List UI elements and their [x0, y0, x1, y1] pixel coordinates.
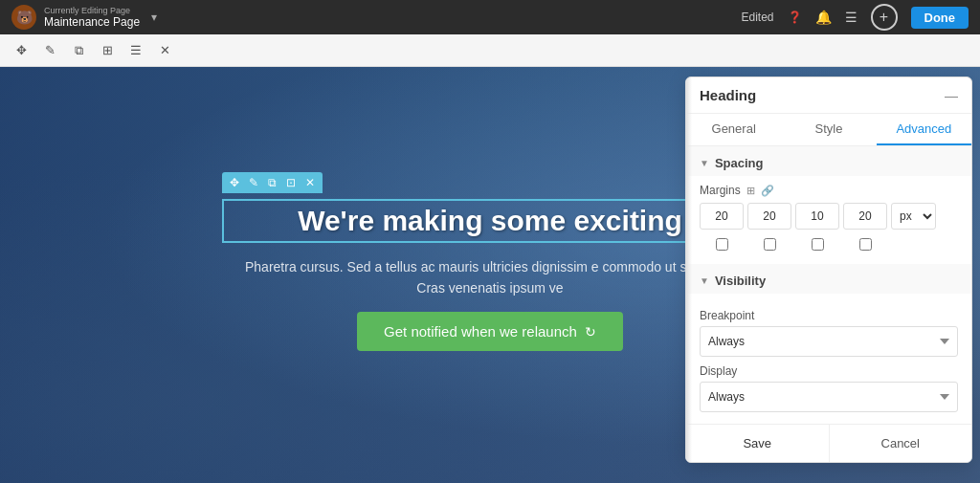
list-toolbar-icon[interactable]: ☰ [124, 39, 147, 62]
top-nav: 🐻 Currently Editing Page Maintenance Pag… [0, 0, 980, 34]
margin-unit-select[interactable]: px % em [891, 203, 936, 230]
tab-style[interactable]: Style [781, 114, 876, 145]
top-nav-right: Edited ❓ 🔔 ☰ + Done [741, 4, 969, 31]
panel-body: ▼ Spacing Margins ⊞ 🔗 px % [686, 146, 971, 424]
heading-element[interactable]: ✥ ✎ ⧉ ⊡ ✕ We're making some exciting [222, 199, 758, 243]
display-label: Display [700, 364, 958, 378]
margin-right-input[interactable] [747, 203, 791, 230]
layout-toolbar-icon[interactable]: ⊞ [96, 39, 119, 62]
refresh-icon: ↻ [585, 324, 596, 340]
margin-bottom-checkbox[interactable] [795, 235, 839, 252]
body-text: Pharetra cursus. Sed a tellus ac mauris … [241, 256, 739, 299]
settings-panel: Heading — General Style Advanced ▼ Spaci… [685, 77, 972, 463]
done-button[interactable]: Done [911, 7, 969, 29]
list-icon[interactable]: ☰ [845, 10, 858, 25]
margin-top-checkbox[interactable] [700, 235, 744, 252]
panel-header: Heading — [686, 77, 971, 114]
margins-device-icon[interactable]: ⊞ [746, 185, 755, 197]
breakpoint-label: Breakpoint [700, 309, 958, 322]
elem-close-tool[interactable]: ✕ [301, 174, 319, 191]
visibility-section-header[interactable]: ▼ Visibility [686, 264, 971, 294]
spacing-label: Spacing [715, 156, 764, 170]
panel-tabs: General Style Advanced [686, 114, 971, 146]
site-info-name: Maintenance Page [44, 15, 140, 29]
panel-minimize-icon[interactable]: — [945, 88, 958, 103]
site-info-area: 🐻 Currently Editing Page Maintenance Pag… [11, 5, 157, 30]
element-toolbar: ✥ ✎ ⧉ ⊡ ✕ [222, 172, 323, 193]
elem-resize-tool[interactable]: ⊡ [282, 174, 300, 191]
edit-toolbar-icon[interactable]: ✎ [38, 39, 61, 62]
site-info: Currently Editing Page Maintenance Page [44, 6, 140, 29]
cta-button[interactable]: Get notified when we relaunch ↻ [357, 312, 623, 351]
margins-label-row: Margins ⊞ 🔗 [700, 184, 958, 197]
margin-bottom-input[interactable] [795, 203, 839, 230]
spacing-chevron-icon: ▼ [700, 158, 709, 168]
margin-left-input[interactable] [843, 203, 887, 230]
panel-drag-handle[interactable] [686, 77, 692, 462]
canvas: ✥ ✎ ⧉ ⊡ ✕ We're making some exciting Pha… [0, 67, 980, 483]
panel-footer: Save Cancel [686, 424, 971, 462]
add-button[interactable]: + [871, 4, 898, 31]
link-icon[interactable]: 🔗 [761, 185, 774, 197]
save-button[interactable]: Save [686, 425, 830, 462]
margins-inputs: px % em [700, 203, 958, 230]
editor-toolbar: ✥ ✎ ⧉ ⊞ ☰ ✕ [0, 34, 980, 67]
visibility-chevron-icon: ▼ [700, 275, 709, 286]
elem-edit-tool[interactable]: ✎ [245, 174, 262, 191]
visibility-label: Visibility [715, 274, 766, 288]
site-info-label: Currently Editing Page [44, 6, 140, 15]
move-toolbar-icon[interactable]: ✥ [10, 39, 33, 62]
margin-right-checkbox[interactable] [747, 235, 791, 252]
help-icon[interactable]: ❓ [788, 11, 802, 24]
margin-top-input[interactable] [700, 203, 744, 230]
heading-text: We're making some exciting [232, 205, 748, 237]
tab-general[interactable]: General [686, 114, 781, 145]
site-dropdown-icon[interactable]: ▾ [151, 11, 157, 24]
tab-advanced[interactable]: Advanced [877, 114, 971, 145]
display-select[interactable]: Always None Block Flex [700, 382, 958, 412]
visibility-section-content: Breakpoint Always Desktop Tablet Mobile … [686, 294, 971, 424]
margins-label: Margins [700, 184, 741, 197]
avatar: 🐻 [11, 5, 36, 30]
spacing-section-content: Margins ⊞ 🔗 px % em [686, 176, 971, 264]
margin-left-checkbox[interactable] [843, 235, 887, 252]
elem-duplicate-tool[interactable]: ⧉ [264, 174, 280, 191]
bell-icon[interactable]: 🔔 [815, 10, 832, 25]
cta-label: Get notified when we relaunch [384, 323, 577, 340]
close-toolbar-icon[interactable]: ✕ [153, 39, 176, 62]
edited-badge: Edited [741, 11, 773, 24]
spacing-section-header[interactable]: ▼ Spacing [686, 146, 971, 176]
duplicate-toolbar-icon[interactable]: ⧉ [67, 39, 90, 62]
elem-move-tool[interactable]: ✥ [226, 174, 243, 191]
breakpoint-select[interactable]: Always Desktop Tablet Mobile [700, 326, 958, 357]
cancel-button[interactable]: Cancel [830, 425, 972, 462]
margin-checkbox-row [700, 235, 958, 252]
panel-title: Heading [700, 87, 756, 103]
